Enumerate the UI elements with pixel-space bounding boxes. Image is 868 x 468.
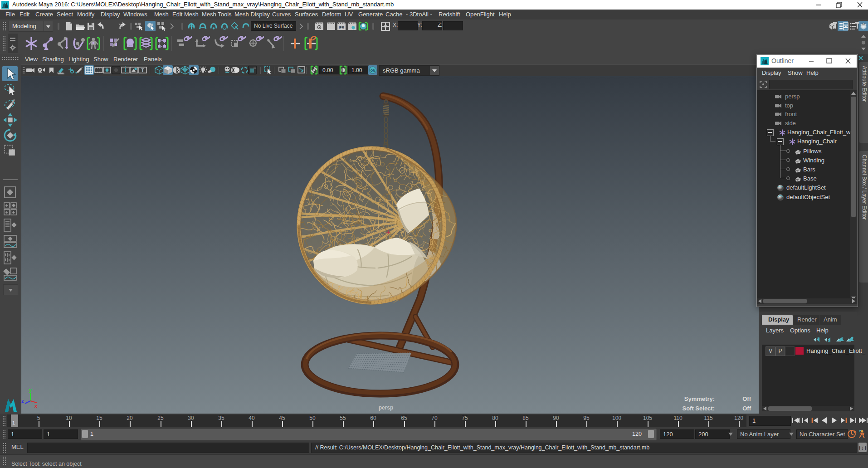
svg-text:IPR: IPR — [339, 26, 344, 29]
svg-text:{;}: {;} — [858, 446, 867, 451]
svg-text:Off: Off — [742, 395, 751, 402]
svg-text:Symmetry:: Symmetry: — [684, 395, 715, 402]
svg-text:x: x — [34, 403, 38, 409]
svg-text:persp: persp — [379, 405, 394, 411]
svg-text:z: z — [21, 398, 24, 404]
svg-text:y: y — [29, 387, 32, 393]
svg-text:Off: Off — [742, 405, 751, 412]
svg-text:Soft Select:: Soft Select: — [682, 405, 715, 412]
svg-text:T: T — [141, 68, 144, 73]
svg-text:ON: ON — [371, 69, 375, 72]
